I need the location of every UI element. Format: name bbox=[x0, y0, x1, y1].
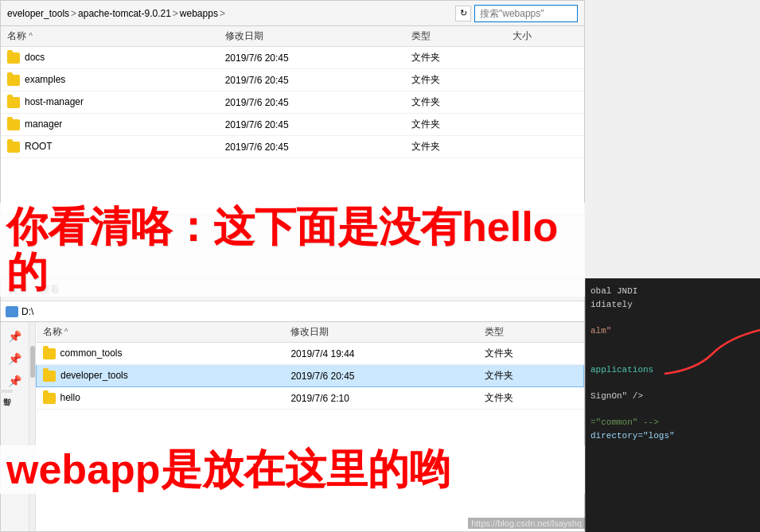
file-name-cell: manager bbox=[1, 114, 219, 136]
folder-icon bbox=[43, 348, 56, 359]
top-file-table: 名称 ^ 修改日期 类型 大小 docs2019/7/6 20:45文件夹exa… bbox=[1, 26, 584, 158]
file-modified-cell: 2019/7/6 20:45 bbox=[219, 91, 406, 114]
top-address-bar-right: ↻ bbox=[455, 5, 578, 22]
table-row[interactable]: docs2019/7/6 20:45文件夹 bbox=[1, 47, 584, 69]
refresh-button[interactable]: ↻ bbox=[455, 6, 471, 21]
bottom-annotation: webapp是放在这里的哟 bbox=[0, 445, 585, 494]
folder-icon bbox=[7, 119, 20, 130]
bottom-address-bar[interactable]: D:\ bbox=[1, 301, 584, 322]
top-file-explorer: eveloper_tools > apache-tomcat-9.0.21 > … bbox=[0, 0, 585, 215]
table-row[interactable]: common_tools2019/7/4 19:44文件夹 bbox=[37, 343, 584, 365]
file-modified-cell: 2019/7/6 20:45 bbox=[284, 365, 477, 387]
path-sep-1: > bbox=[71, 8, 76, 19]
col-modified-header[interactable]: 修改日期 bbox=[219, 26, 406, 47]
file-type-cell: 文件夹 bbox=[405, 69, 506, 91]
file-name-cell: examples bbox=[1, 69, 219, 91]
path-sep-2: > bbox=[173, 8, 178, 19]
left-nav-icons: 📌 📌 📌 bbox=[1, 322, 29, 531]
table-row[interactable]: examples2019/7/6 20:45文件夹 bbox=[1, 69, 584, 91]
path-segment-3: webapps bbox=[180, 8, 218, 19]
file-name-cell: hello bbox=[37, 387, 285, 410]
path-segment-2: apache-tomcat-9.0.21 bbox=[78, 8, 171, 19]
pin-icon-2[interactable]: 📌 bbox=[7, 351, 23, 367]
bottom-col-modified[interactable]: 修改日期 bbox=[284, 322, 477, 343]
file-type-cell: 文件夹 bbox=[405, 91, 506, 114]
bottom-path-text: D:\ bbox=[21, 306, 579, 317]
file-size-cell bbox=[506, 114, 584, 136]
top-annotation-text: 你看清咯：这下面是没有hello的 bbox=[6, 204, 579, 295]
pin-icon-3[interactable]: 📌 bbox=[7, 373, 23, 389]
file-name-cell: host-manager bbox=[1, 91, 219, 114]
pin-icon-1[interactable]: 📌 bbox=[7, 328, 23, 344]
top-table-header: 名称 ^ 修改日期 类型 大小 bbox=[1, 26, 584, 47]
file-size-cell bbox=[506, 47, 584, 69]
file-type-cell: 文件夹 bbox=[478, 365, 584, 387]
file-size-cell bbox=[506, 91, 584, 114]
code-line-1: obal JNDI bbox=[590, 285, 755, 298]
code-line-11: ="common" --> bbox=[590, 416, 755, 429]
search-input[interactable] bbox=[474, 5, 578, 22]
file-modified-cell: 2019/7/4 19:44 bbox=[284, 343, 477, 365]
scrollbar[interactable] bbox=[29, 322, 36, 531]
code-line-2: idiately bbox=[590, 298, 755, 312]
file-type-cell: 文件夹 bbox=[478, 387, 584, 410]
table-row[interactable]: host-manager2019/7/6 20:45文件夹 bbox=[1, 91, 584, 114]
file-type-cell: 文件夹 bbox=[405, 47, 506, 69]
code-line-12: directory="logs" bbox=[590, 429, 755, 443]
path-sep-3: > bbox=[220, 8, 225, 19]
bottom-col-name[interactable]: 名称 ^ bbox=[37, 322, 285, 343]
code-content: obal JNDI idiately alm" applications Sig… bbox=[586, 278, 760, 449]
path-segment-1: eveloper_tools bbox=[7, 8, 69, 19]
file-modified-cell: 2019/7/6 2:10 bbox=[284, 387, 477, 410]
bottom-file-list-area: 名称 ^ 修改日期 类型 common_tools2019/7/4 19:44文… bbox=[36, 322, 584, 531]
red-curve-decoration bbox=[665, 322, 760, 378]
top-annotation: 你看清咯：这下面是没有hello的 bbox=[0, 203, 585, 297]
top-address-bar: eveloper_tools > apache-tomcat-9.0.21 > … bbox=[1, 1, 584, 26]
bottom-table-header: 名称 ^ 修改日期 类型 bbox=[37, 322, 584, 343]
code-line-8 bbox=[590, 377, 755, 390]
bottom-col-type[interactable]: 类型 bbox=[478, 322, 584, 343]
col-size-header[interactable]: 大小 bbox=[506, 26, 584, 47]
bottom-file-pane: 📌 📌 📌 名称 ^ 修改日期 bbox=[1, 322, 584, 531]
file-name-cell: developer_tools bbox=[37, 365, 285, 387]
file-modified-cell: 2019/7/6 20:45 bbox=[219, 136, 406, 158]
file-modified-cell: 2019/7/6 20:45 bbox=[219, 69, 406, 91]
drive-icon bbox=[6, 306, 18, 317]
folder-icon bbox=[43, 393, 56, 404]
file-name-cell: ROOT bbox=[1, 136, 219, 158]
folder-icon bbox=[7, 52, 20, 64]
file-name-cell: docs bbox=[1, 47, 219, 69]
code-line-9: SignOn" /> bbox=[590, 390, 755, 403]
side-label: 专智影 bbox=[0, 390, 13, 393]
top-file-list: docs2019/7/6 20:45文件夹examples2019/7/6 20… bbox=[1, 47, 584, 158]
folder-icon bbox=[7, 97, 20, 108]
folder-icon bbox=[7, 142, 20, 153]
file-name-cell: common_tools bbox=[37, 343, 285, 365]
code-line-10 bbox=[590, 403, 755, 417]
file-type-cell: 文件夹 bbox=[405, 114, 506, 136]
code-panel: obal JNDI idiately alm" applications Sig… bbox=[585, 278, 760, 532]
col-type-header[interactable]: 类型 bbox=[405, 26, 506, 47]
bottom-sort-arrow: ^ bbox=[64, 328, 68, 336]
table-row[interactable]: hello2019/7/6 2:10文件夹 bbox=[37, 387, 584, 410]
watermark: https://blog.csdn.net/lsayshq bbox=[468, 518, 585, 529]
col-name-header[interactable]: 名称 ^ bbox=[1, 26, 219, 47]
file-size-cell bbox=[506, 69, 584, 91]
table-row[interactable]: ROOT2019/7/6 20:45文件夹 bbox=[1, 136, 584, 158]
file-type-cell: 文件夹 bbox=[478, 343, 584, 365]
sort-arrow-name: ^ bbox=[29, 32, 33, 41]
top-path: eveloper_tools > apache-tomcat-9.0.21 > … bbox=[7, 8, 452, 19]
file-modified-cell: 2019/7/6 20:45 bbox=[219, 47, 406, 69]
scroll-thumb bbox=[30, 346, 35, 378]
bottom-file-list: common_tools2019/7/4 19:44文件夹developer_t… bbox=[37, 343, 584, 410]
file-type-cell: 文件夹 bbox=[405, 136, 506, 158]
table-row[interactable]: manager2019/7/6 20:45文件夹 bbox=[1, 114, 584, 136]
folder-icon bbox=[7, 75, 20, 86]
bottom-file-table: 名称 ^ 修改日期 类型 common_tools2019/7/4 19:44文… bbox=[36, 322, 584, 410]
table-row[interactable]: developer_tools2019/7/6 20:45文件夹 bbox=[37, 365, 584, 387]
file-size-cell bbox=[506, 136, 584, 158]
bottom-annotation-text: webapp是放在这里的哟 bbox=[6, 447, 579, 492]
folder-icon bbox=[43, 371, 56, 382]
file-modified-cell: 2019/7/6 20:45 bbox=[219, 114, 406, 136]
